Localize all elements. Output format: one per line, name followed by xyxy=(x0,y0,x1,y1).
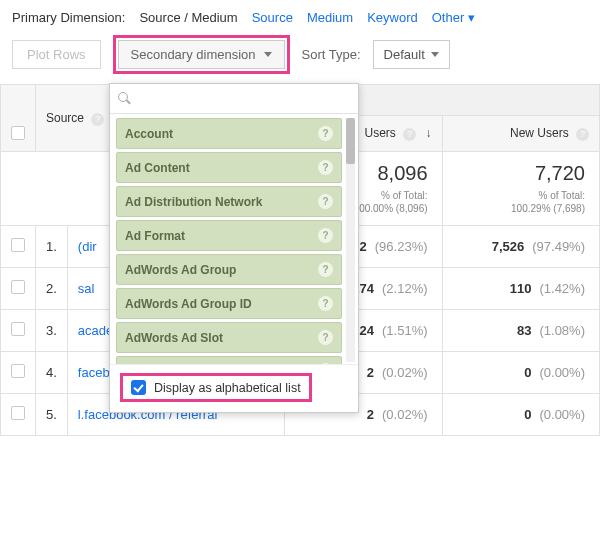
dropdown-item[interactable]: AdWords Ad Slot Position? xyxy=(116,356,342,364)
chevron-down-icon xyxy=(431,52,439,57)
row-new-users: 0 xyxy=(524,365,531,380)
new-users-total-cell: 7,720 % of Total:100.29% (7,698) xyxy=(442,152,599,226)
dimension-link-keyword[interactable]: Keyword xyxy=(367,10,418,25)
dropdown-item[interactable]: AdWords Ad Group ID? xyxy=(116,288,342,319)
dropdown-search xyxy=(110,84,358,114)
row-new-users: 83 xyxy=(517,323,531,338)
help-icon: ? xyxy=(318,228,333,243)
row-checkbox[interactable] xyxy=(11,322,25,336)
dropdown-scrollbar[interactable] xyxy=(346,118,355,362)
help-icon: ? xyxy=(318,262,333,277)
plot-rows-button: Plot Rows xyxy=(12,40,101,69)
dimension-link-other[interactable]: Other xyxy=(432,10,475,25)
row-index: 3. xyxy=(36,310,68,352)
chevron-down-icon xyxy=(264,52,272,57)
row-index: 2. xyxy=(36,268,68,310)
help-icon: ? xyxy=(318,330,333,345)
dropdown-item[interactable]: AdWords Ad Slot? xyxy=(116,322,342,353)
row-checkbox[interactable] xyxy=(11,280,25,294)
scrollbar-thumb[interactable] xyxy=(346,118,355,164)
sort-desc-icon: ↓ xyxy=(426,126,432,140)
new-users-total: 7,720 xyxy=(451,162,585,185)
new-users-total-sub: % of Total:100.29% (7,698) xyxy=(451,189,585,215)
help-icon: ? xyxy=(318,296,333,311)
help-icon: ? xyxy=(318,363,333,364)
row-checkbox[interactable] xyxy=(11,364,25,378)
row-users-pct: (2.12%) xyxy=(382,281,428,296)
row-new-users-pct: (0.00%) xyxy=(539,407,585,422)
alphabetical-label: Display as alphabetical list xyxy=(154,381,301,395)
dimension-link-source[interactable]: Source xyxy=(252,10,293,25)
row-users-pct: (1.51%) xyxy=(382,323,428,338)
primary-dimension-bar: Primary Dimension: Source / Medium Sourc… xyxy=(0,0,600,31)
row-users-pct: (0.02%) xyxy=(382,365,428,380)
sort-type-value: Default xyxy=(384,47,425,62)
dropdown-search-input[interactable] xyxy=(137,90,350,107)
dropdown-item[interactable]: Ad Format? xyxy=(116,220,342,251)
alphabetical-toggle-highlight: Display as alphabetical list xyxy=(120,373,312,402)
row-users-pct: (0.02%) xyxy=(382,407,428,422)
help-icon: ? xyxy=(318,126,333,141)
dropdown-item[interactable]: Ad Distribution Network? xyxy=(116,186,342,217)
row-checkbox[interactable] xyxy=(11,406,25,420)
row-users-pct: (96.23%) xyxy=(375,239,428,254)
sort-type-select[interactable]: Default xyxy=(373,40,450,69)
row-users: 2 xyxy=(367,365,374,380)
primary-dimension-value[interactable]: Source / Medium xyxy=(139,10,237,25)
dimension-link-medium[interactable]: Medium xyxy=(307,10,353,25)
row-users: 2 xyxy=(367,407,374,422)
help-icon: ? xyxy=(91,113,104,126)
primary-dimension-label: Primary Dimension: xyxy=(12,10,125,25)
row-checkbox[interactable] xyxy=(11,238,25,252)
sort-type-label: Sort Type: xyxy=(302,47,361,62)
help-icon: ? xyxy=(318,160,333,175)
row-index: 5. xyxy=(36,394,68,436)
dropdown-item[interactable]: Account? xyxy=(116,118,342,149)
help-icon: ? xyxy=(318,194,333,209)
search-icon xyxy=(118,92,131,105)
help-icon: ? xyxy=(576,128,589,141)
help-icon: ? xyxy=(403,128,416,141)
row-new-users-pct: (1.08%) xyxy=(539,323,585,338)
row-new-users-pct: (0.00%) xyxy=(539,365,585,380)
row-new-users: 110 xyxy=(510,281,532,296)
alphabetical-checkbox[interactable] xyxy=(131,380,146,395)
controls-bar: Plot Rows Secondary dimension Sort Type:… xyxy=(0,31,600,84)
row-new-users-pct: (97.49%) xyxy=(532,239,585,254)
dropdown-item[interactable]: Ad Content? xyxy=(116,152,342,183)
row-index: 1. xyxy=(36,226,68,268)
secondary-dimension-dropdown: Account? Ad Content? Ad Distribution Net… xyxy=(109,83,359,413)
secondary-dimension-button[interactable]: Secondary dimension xyxy=(118,40,285,69)
row-new-users-pct: (1.42%) xyxy=(539,281,585,296)
dropdown-footer: Display as alphabetical list xyxy=(110,364,358,412)
dropdown-list: Account? Ad Content? Ad Distribution Net… xyxy=(110,114,344,364)
row-new-users: 7,526 xyxy=(492,239,525,254)
secondary-dimension-label: Secondary dimension xyxy=(131,47,256,62)
select-all-checkbox[interactable] xyxy=(11,126,25,140)
select-all-header xyxy=(1,85,36,152)
dropdown-item[interactable]: AdWords Ad Group? xyxy=(116,254,342,285)
secondary-dimension-highlight: Secondary dimension xyxy=(113,35,290,74)
row-index: 4. xyxy=(36,352,68,394)
row-new-users: 0 xyxy=(524,407,531,422)
new-users-header[interactable]: New Users ? xyxy=(442,116,599,152)
